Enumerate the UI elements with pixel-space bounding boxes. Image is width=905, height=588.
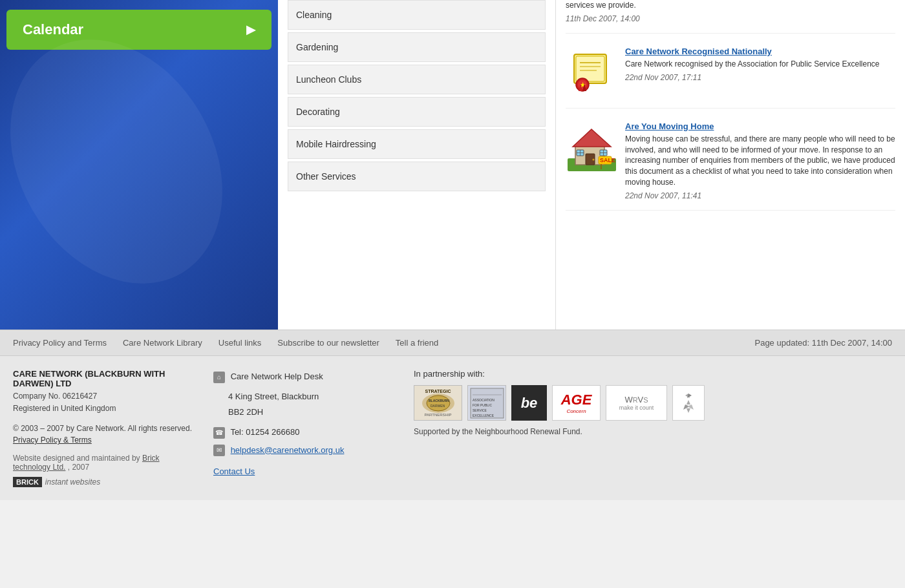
svg-rect-1 (576, 56, 604, 81)
footer: Privacy Policy and Terms Care Network Li… (0, 330, 905, 500)
svg-point-14 (592, 159, 594, 161)
news-1-date: 11th Dec 2007, 14:00 (566, 14, 640, 23)
svg-text:SALE: SALE (600, 157, 615, 163)
calendar-label: Calendar (23, 21, 83, 38)
service-mobile-hairdressing[interactable]: Mobile Hairdressing (288, 129, 546, 159)
footer-link-privacy[interactable]: Privacy Policy and Terms (13, 338, 107, 348)
association-logo: ASSOCIATION FOR PUBLIC SERVICE EXCELLENC… (467, 385, 506, 421)
footer-link-friend[interactable]: Tell a friend (396, 338, 438, 348)
footer-company-col: CARE NETWORK (BLACKBURN WITH DARWEN) LTD… (13, 369, 194, 487)
svg-text:ASSOCIATION: ASSOCIATION (473, 398, 495, 402)
svg-text:SERVICE: SERVICE (473, 408, 487, 412)
footer-links-bar: Privacy Policy and Terms Care Network Li… (0, 330, 905, 356)
copyright-text: © 2003 – 2007 by Care Network. All right… (13, 423, 194, 434)
footer-privacy-link[interactable]: Privacy Policy & Terms (13, 436, 92, 445)
home-small-icon: ⌂ (213, 372, 225, 383)
svg-text:FOR PUBLIC: FOR PUBLIC (473, 403, 492, 407)
service-decorating[interactable]: Decorating (288, 97, 546, 127)
news-item-1: services we provide. 11th Dec 2007, 14:0… (566, 0, 895, 34)
news-2-description: Care Network recognised by the Associati… (625, 59, 895, 70)
address-line2: BB2 2DH (213, 404, 394, 419)
partners-logos: STRATEGIC BLACKBURN DARWEN PARTNERSHIP (414, 385, 892, 421)
brick-year: , 2007 (68, 463, 89, 472)
footer-partners-col: In partnership with: STRATEGIC BLACKBURN… (414, 369, 892, 487)
certificate-icon: ★ (566, 47, 617, 98)
be-logo: be (511, 385, 547, 421)
blackburn-darwen-logo: STRATEGIC BLACKBURN DARWEN PARTNERSHIP (414, 385, 462, 421)
service-luncheon-clubs[interactable]: Luncheon Clubs (288, 65, 546, 94)
phone-icon: ☎ (213, 427, 225, 439)
supported-text: Supported by the Neighbourhood Renewal F… (414, 427, 892, 436)
news-3-date: 22nd Nov 2007, 11:41 (625, 191, 701, 200)
partners-label: In partnership with: (414, 369, 892, 379)
email-icon: ✉ (213, 445, 225, 456)
svg-point-24 (427, 395, 450, 411)
phone-number: Tel: 01254 266680 (230, 427, 299, 437)
house-icon: SALE (566, 121, 617, 173)
wrvs-logo: WRVS make it count (606, 385, 667, 421)
service-cleaning[interactable]: Cleaning (288, 0, 546, 30)
footer-link-newsletter[interactable]: Subscribe to our newsletter (277, 338, 379, 348)
news-1-description: services we provide. (566, 0, 895, 11)
svg-text:EXCELLENCE: EXCELLENCE (473, 414, 495, 417)
footer-contact-col: ⌂ Care Network Help Desk 4 King Street, … (213, 369, 394, 487)
age-concern-logo: AGE Concern (552, 385, 601, 421)
company-number: Company No. 06216427 (13, 390, 194, 403)
sidebar: Calendar ▶ (0, 0, 278, 330)
footer-body: CARE NETWORK (BLACKBURN WITH DARWEN) LTD… (0, 356, 905, 500)
news-panel: services we provide. 11th Dec 2007, 14:0… (556, 0, 905, 330)
service-other-services[interactable]: Other Services (288, 162, 546, 191)
instant-websites-text: instant websites (45, 478, 100, 487)
service-gardening[interactable]: Gardening (288, 32, 546, 62)
svg-text:BLACKBURN: BLACKBURN (429, 399, 449, 403)
page-updated: Page updated: 11th Dec 2007, 14:00 (754, 338, 892, 348)
address-line1: 4 King Street, Blackburn (213, 389, 394, 404)
calendar-button[interactable]: Calendar ▶ (6, 10, 272, 50)
news-2-date: 22nd Nov 2007, 17:11 (625, 73, 701, 82)
news-item-3: SALE Are You Moving Home Moving house ca… (566, 121, 895, 211)
website-credit-text: Website designed and maintained by (13, 454, 140, 463)
calendar-arrow: ▶ (246, 23, 255, 37)
services-panel: Cleaning Gardening Luncheon Clubs Decora… (278, 0, 556, 330)
email-link[interactable]: helpdesk@carenetwork.org.uk (231, 445, 345, 455)
svg-marker-12 (573, 129, 611, 147)
misc-logo (672, 385, 705, 421)
brick-logo: BRICK (13, 477, 42, 487)
company-registered: Registered in United Kingdom (13, 403, 194, 415)
footer-link-useful[interactable]: Useful links (218, 338, 261, 348)
footer-link-library[interactable]: Care Network Library (123, 338, 202, 348)
news-3-link[interactable]: Are You Moving Home (625, 121, 895, 131)
contact-us-link[interactable]: Contact Us (213, 464, 394, 479)
company-name: CARE NETWORK (BLACKBURN WITH DARWEN) LTD (13, 369, 194, 388)
news-3-description: Moving house can be stressful, and there… (625, 134, 895, 188)
news-item-2: ★ Care Network Recognised Nationally Car… (566, 47, 895, 109)
news-2-link[interactable]: Care Network Recognised Nationally (625, 47, 895, 56)
brick-logo-area: BRICK instant websites (13, 477, 194, 487)
contact-name: Care Network Help Desk (231, 372, 323, 381)
svg-text:DARWEN: DARWEN (431, 404, 445, 408)
